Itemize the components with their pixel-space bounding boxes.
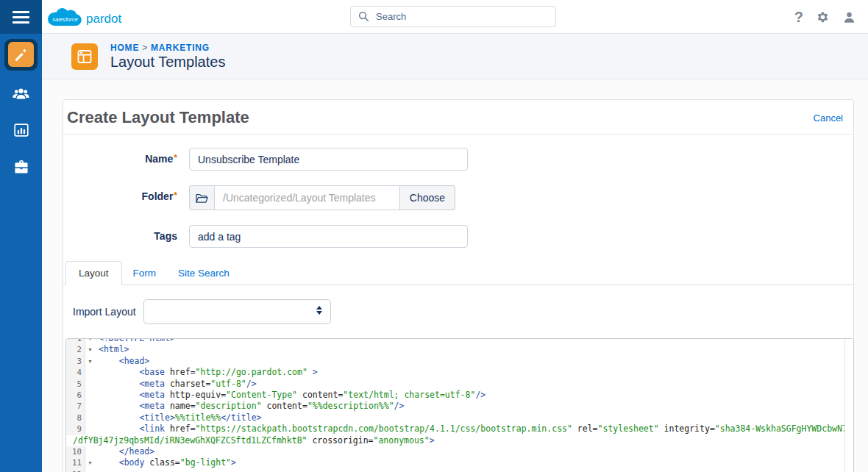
code-line[interactable]: 11▾ <body class="bg-light"> bbox=[66, 457, 853, 468]
required-marker: * bbox=[174, 153, 177, 163]
line-number: 2 bbox=[66, 344, 85, 355]
users-icon bbox=[12, 85, 30, 103]
tab-site-search[interactable]: Site Search bbox=[167, 262, 241, 285]
fold-arrow-icon[interactable]: ▾ bbox=[85, 457, 95, 468]
code-line[interactable]: 3▾ <head> bbox=[66, 356, 853, 367]
select-arrows-icon bbox=[316, 306, 322, 315]
code-line[interactable]: 8 <title>%%title%%</title> bbox=[66, 412, 853, 423]
sidebar-item-prospects[interactable] bbox=[0, 75, 42, 112]
create-layout-template-card: Create Layout Template Cancel Name* Fold… bbox=[63, 99, 854, 472]
code-line[interactable]: 9 <link href="https://stackpath.bootstra… bbox=[66, 423, 853, 435]
help-icon[interactable]: ? bbox=[794, 9, 803, 26]
line-number: 1 bbox=[66, 338, 85, 344]
line-number: 6 bbox=[66, 390, 85, 401]
code-text: <!DOCTYPE html> bbox=[95, 338, 853, 344]
search-icon bbox=[358, 11, 369, 22]
brand-logo[interactable]: salesforce pardot bbox=[47, 4, 121, 29]
briefcase-icon bbox=[13, 158, 30, 176]
code-line[interactable]: 5 <meta charset="utf-8"/> bbox=[66, 379, 853, 390]
required-marker: * bbox=[174, 190, 177, 201]
tab-form[interactable]: Form bbox=[122, 262, 168, 285]
magic-wand-icon bbox=[13, 47, 29, 62]
line-number: 7 bbox=[66, 401, 85, 412]
code-line[interactable]: 4 <base href="http://go.pardot.com" > bbox=[66, 367, 853, 378]
cancel-button[interactable]: Cancel bbox=[814, 112, 843, 124]
editor-tabs: Layout Form Site Search bbox=[63, 262, 853, 285]
fold-gutter bbox=[85, 423, 95, 435]
breadcrumb-marketing-link[interactable]: MARKETING bbox=[151, 43, 210, 53]
line-number: 11 bbox=[66, 457, 85, 468]
page-header: HOME>MARKETING Layout Templates bbox=[42, 34, 868, 79]
name-field-row: Name* bbox=[63, 148, 853, 171]
line-number: 4 bbox=[66, 367, 85, 378]
search-input[interactable] bbox=[350, 6, 556, 27]
settings-gear-icon[interactable] bbox=[816, 10, 830, 24]
line-number: 12 bbox=[66, 469, 85, 472]
code-line[interactable]: 12 bbox=[66, 469, 853, 472]
breadcrumb-separator: > bbox=[142, 43, 148, 53]
svg-text:salesforce: salesforce bbox=[52, 16, 78, 23]
code-editor-lines: 1▾<!DOCTYPE html>2▾<html>3▾ <head>4 <bas… bbox=[66, 338, 853, 472]
salesforce-cloud-logo: salesforce bbox=[47, 4, 82, 29]
line-number: 10 bbox=[66, 446, 85, 457]
import-layout-label: Import Layout bbox=[73, 306, 136, 318]
code-line[interactable]: 2▾<html> bbox=[66, 344, 853, 355]
code-text: <html> bbox=[95, 344, 853, 355]
sidebar-item-reports[interactable] bbox=[0, 112, 42, 149]
code-editor[interactable]: 1▾<!DOCTYPE html>2▾<html>3▾ <head>4 <bas… bbox=[65, 338, 854, 472]
editor-scrollbar[interactable] bbox=[844, 339, 853, 472]
fold-arrow-icon[interactable]: ▾ bbox=[85, 344, 95, 355]
folder-field-row: Folder* Choose bbox=[63, 185, 853, 210]
fold-gutter bbox=[85, 469, 95, 472]
fold-arrow-icon[interactable]: ▾ bbox=[85, 356, 95, 367]
fold-arrow-icon[interactable]: ▾ bbox=[85, 338, 95, 344]
import-layout-row: Import Layout bbox=[63, 299, 853, 324]
tab-layout[interactable]: Layout bbox=[65, 261, 122, 285]
fold-gutter bbox=[85, 390, 95, 401]
code-text: /dfYBj47jz9qbsMId/iRN3ewGhXQFZCSftd1LZCf… bbox=[66, 435, 853, 446]
nav-menu-button[interactable] bbox=[0, 0, 42, 34]
sidebar-nav bbox=[0, 34, 42, 472]
code-text: <title>%%title%%</title> bbox=[95, 412, 853, 423]
code-line[interactable]: 7 <meta name="description" content="%%de… bbox=[66, 401, 853, 412]
code-line[interactable]: 1▾<!DOCTYPE html> bbox=[66, 338, 853, 344]
code-line[interactable]: 10 </head> bbox=[66, 446, 853, 457]
code-text: <meta charset="utf-8"/> bbox=[95, 379, 853, 390]
code-text: </head> bbox=[95, 446, 853, 457]
layout-template-icon bbox=[71, 43, 98, 70]
tags-input[interactable] bbox=[189, 225, 468, 248]
topbar: salesforce pardot ? bbox=[42, 0, 868, 34]
card-title: Create Layout Template bbox=[67, 108, 249, 127]
open-folder-icon bbox=[189, 185, 214, 210]
breadcrumb-home-link[interactable]: HOME bbox=[110, 43, 139, 53]
code-text: <body class="bg-light"> bbox=[95, 457, 853, 468]
sidebar-item-admin[interactable] bbox=[0, 149, 42, 185]
code-line-wrap[interactable]: /dfYBj47jz9qbsMId/iRN3ewGhXQFZCSftd1LZCf… bbox=[66, 435, 853, 446]
fold-gutter bbox=[85, 412, 95, 423]
name-input[interactable] bbox=[189, 148, 468, 171]
line-number: 9 bbox=[66, 423, 85, 435]
folder-label: Folder* bbox=[63, 185, 177, 210]
name-label: Name* bbox=[63, 148, 177, 171]
sidebar-item-content-wand[interactable] bbox=[0, 34, 42, 75]
main-region: HOME>MARKETING Layout Templates Create L… bbox=[42, 34, 868, 472]
choose-folder-button[interactable]: Choose bbox=[400, 185, 455, 210]
fold-gutter bbox=[85, 401, 95, 412]
user-icon[interactable] bbox=[842, 10, 856, 24]
tags-field-row: Tags bbox=[63, 225, 853, 248]
page-title: Layout Templates bbox=[110, 54, 225, 71]
code-text: <base href="http://go.pardot.com" > bbox=[95, 367, 853, 378]
code-text: <meta name="description" content="%%desc… bbox=[95, 401, 853, 412]
breadcrumb: HOME>MARKETING bbox=[110, 43, 225, 53]
folder-input[interactable] bbox=[214, 185, 400, 210]
fold-gutter bbox=[85, 446, 95, 457]
line-number: 5 bbox=[66, 379, 85, 390]
hamburger-icon bbox=[13, 11, 29, 24]
fold-gutter bbox=[85, 379, 95, 390]
code-text bbox=[95, 469, 853, 472]
code-text: <head> bbox=[95, 356, 853, 367]
import-layout-select[interactable] bbox=[143, 299, 331, 324]
code-text: <meta http-equiv="Content-Type" content=… bbox=[95, 390, 853, 401]
code-text: <link href="https://stackpath.bootstrapc… bbox=[95, 423, 853, 435]
code-line[interactable]: 6 <meta http-equiv="Content-Type" conten… bbox=[66, 390, 853, 401]
